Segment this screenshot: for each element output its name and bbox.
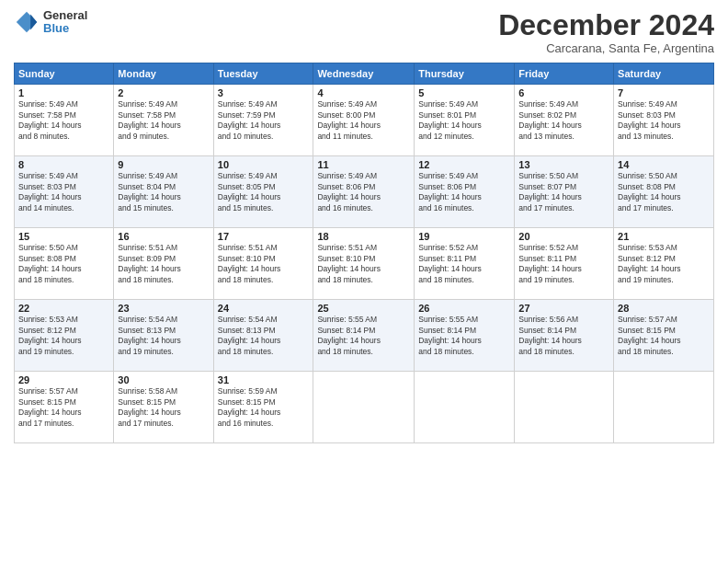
day-info: Sunrise: 5:50 AMSunset: 8:08 PMDaylight:…	[18, 243, 109, 285]
day-info: Sunrise: 5:53 AMSunset: 8:12 PMDaylight:…	[618, 243, 710, 285]
day-number: 3	[218, 87, 310, 98]
day-number: 25	[317, 303, 410, 314]
day-number: 22	[18, 303, 109, 314]
day-number: 20	[518, 231, 609, 242]
table-row: 4Sunrise: 5:49 AMSunset: 8:00 PMDaylight…	[313, 85, 415, 156]
day-info: Sunrise: 5:49 AMSunset: 7:58 PMDaylight:…	[18, 99, 109, 142]
table-row: 5Sunrise: 5:49 AMSunset: 8:01 PMDaylight…	[415, 85, 515, 156]
day-info: Sunrise: 5:57 AMSunset: 8:15 PMDaylight:…	[618, 315, 710, 357]
table-row: 29Sunrise: 5:57 AMSunset: 8:15 PMDayligh…	[15, 372, 114, 443]
table-row: 25Sunrise: 5:55 AMSunset: 8:14 PMDayligh…	[313, 300, 415, 372]
day-info: Sunrise: 5:56 AMSunset: 8:14 PMDaylight:…	[518, 315, 609, 357]
day-info: Sunrise: 5:49 AMSunset: 8:03 PMDaylight:…	[18, 171, 109, 213]
title-block: December 2024 Carcarana, Santa Fe, Argen…	[498, 9, 714, 55]
table-row: 27Sunrise: 5:56 AMSunset: 8:14 PMDayligh…	[515, 300, 614, 372]
table-row: 7Sunrise: 5:49 AMSunset: 8:03 PMDaylight…	[614, 85, 714, 156]
day-number: 16	[118, 231, 209, 242]
logo-text: General Blue	[43, 9, 87, 36]
col-thursday: Thursday	[415, 63, 515, 85]
calendar-table: Sunday Monday Tuesday Wednesday Thursday…	[14, 63, 714, 443]
day-number: 4	[317, 87, 410, 98]
day-number: 18	[317, 231, 410, 242]
day-info: Sunrise: 5:51 AMSunset: 8:10 PMDaylight:…	[317, 243, 410, 285]
day-number: 19	[418, 231, 510, 242]
table-row: 15Sunrise: 5:50 AMSunset: 8:08 PMDayligh…	[15, 228, 114, 300]
table-row: 19Sunrise: 5:52 AMSunset: 8:11 PMDayligh…	[415, 228, 515, 300]
day-number: 26	[418, 303, 510, 314]
table-row: 26Sunrise: 5:55 AMSunset: 8:14 PMDayligh…	[415, 300, 515, 372]
calendar-week-1: 1Sunrise: 5:49 AMSunset: 7:58 PMDaylight…	[15, 85, 714, 156]
day-info: Sunrise: 5:52 AMSunset: 8:11 PMDaylight:…	[518, 243, 609, 285]
day-info: Sunrise: 5:49 AMSunset: 8:04 PMDaylight:…	[118, 171, 209, 213]
logo: General Blue	[14, 9, 87, 36]
day-info: Sunrise: 5:55 AMSunset: 8:14 PMDaylight:…	[418, 315, 510, 357]
day-info: Sunrise: 5:49 AMSunset: 7:59 PMDaylight:…	[218, 99, 310, 142]
day-info: Sunrise: 5:59 AMSunset: 8:15 PMDaylight:…	[218, 386, 310, 429]
month-title: December 2024	[498, 9, 714, 41]
day-number: 31	[218, 374, 310, 385]
day-number: 12	[418, 159, 510, 170]
day-info: Sunrise: 5:49 AMSunset: 8:00 PMDaylight:…	[317, 99, 410, 142]
table-row: 20Sunrise: 5:52 AMSunset: 8:11 PMDayligh…	[515, 228, 614, 300]
day-info: Sunrise: 5:49 AMSunset: 8:06 PMDaylight:…	[418, 171, 510, 213]
table-row: 14Sunrise: 5:50 AMSunset: 8:08 PMDayligh…	[614, 156, 714, 228]
table-row	[415, 372, 515, 443]
day-number: 14	[618, 159, 710, 170]
table-row	[313, 372, 415, 443]
col-sunday: Sunday	[15, 63, 114, 85]
logo-icon	[14, 9, 40, 35]
calendar-week-3: 15Sunrise: 5:50 AMSunset: 8:08 PMDayligh…	[15, 228, 714, 300]
day-number: 13	[518, 159, 609, 170]
calendar-week-4: 22Sunrise: 5:53 AMSunset: 8:12 PMDayligh…	[15, 300, 714, 372]
day-info: Sunrise: 5:54 AMSunset: 8:13 PMDaylight:…	[218, 315, 310, 357]
table-row: 22Sunrise: 5:53 AMSunset: 8:12 PMDayligh…	[15, 300, 114, 372]
day-number: 23	[118, 303, 209, 314]
table-row	[614, 372, 714, 443]
day-number: 21	[618, 231, 710, 242]
day-number: 7	[618, 87, 710, 98]
day-info: Sunrise: 5:49 AMSunset: 8:03 PMDaylight:…	[618, 99, 710, 142]
day-info: Sunrise: 5:49 AMSunset: 8:05 PMDaylight:…	[218, 171, 310, 213]
table-row: 28Sunrise: 5:57 AMSunset: 8:15 PMDayligh…	[614, 300, 714, 372]
day-info: Sunrise: 5:49 AMSunset: 7:58 PMDaylight:…	[118, 99, 209, 142]
table-row: 23Sunrise: 5:54 AMSunset: 8:13 PMDayligh…	[114, 300, 213, 372]
calendar-week-5: 29Sunrise: 5:57 AMSunset: 8:15 PMDayligh…	[15, 372, 714, 443]
table-row: 10Sunrise: 5:49 AMSunset: 8:05 PMDayligh…	[213, 156, 313, 228]
logo-general: General	[43, 9, 87, 22]
col-monday: Monday	[114, 63, 213, 85]
day-info: Sunrise: 5:52 AMSunset: 8:11 PMDaylight:…	[418, 243, 510, 285]
day-info: Sunrise: 5:49 AMSunset: 8:01 PMDaylight:…	[418, 99, 510, 142]
table-row: 17Sunrise: 5:51 AMSunset: 8:10 PMDayligh…	[213, 228, 313, 300]
table-row: 8Sunrise: 5:49 AMSunset: 8:03 PMDaylight…	[15, 156, 114, 228]
table-row: 12Sunrise: 5:49 AMSunset: 8:06 PMDayligh…	[415, 156, 515, 228]
table-row	[515, 372, 614, 443]
day-number: 30	[118, 374, 209, 385]
table-row: 31Sunrise: 5:59 AMSunset: 8:15 PMDayligh…	[213, 372, 313, 443]
day-info: Sunrise: 5:55 AMSunset: 8:14 PMDaylight:…	[317, 315, 410, 357]
col-saturday: Saturday	[614, 63, 714, 85]
day-number: 15	[18, 231, 109, 242]
table-row: 2Sunrise: 5:49 AMSunset: 7:58 PMDaylight…	[114, 85, 213, 156]
day-number: 6	[518, 87, 609, 98]
day-number: 8	[18, 159, 109, 170]
day-info: Sunrise: 5:51 AMSunset: 8:09 PMDaylight:…	[118, 243, 209, 285]
table-row: 21Sunrise: 5:53 AMSunset: 8:12 PMDayligh…	[614, 228, 714, 300]
day-info: Sunrise: 5:57 AMSunset: 8:15 PMDaylight:…	[18, 386, 109, 429]
day-info: Sunrise: 5:58 AMSunset: 8:15 PMDaylight:…	[118, 386, 209, 429]
table-row: 24Sunrise: 5:54 AMSunset: 8:13 PMDayligh…	[213, 300, 313, 372]
day-info: Sunrise: 5:53 AMSunset: 8:12 PMDaylight:…	[18, 315, 109, 357]
day-number: 2	[118, 87, 209, 98]
calendar-week-2: 8Sunrise: 5:49 AMSunset: 8:03 PMDaylight…	[15, 156, 714, 228]
day-info: Sunrise: 5:51 AMSunset: 8:10 PMDaylight:…	[218, 243, 310, 285]
table-row: 11Sunrise: 5:49 AMSunset: 8:06 PMDayligh…	[313, 156, 415, 228]
day-number: 24	[218, 303, 310, 314]
col-friday: Friday	[515, 63, 614, 85]
table-row: 6Sunrise: 5:49 AMSunset: 8:02 PMDaylight…	[515, 85, 614, 156]
day-number: 10	[218, 159, 310, 170]
day-info: Sunrise: 5:49 AMSunset: 8:02 PMDaylight:…	[518, 99, 609, 142]
table-row: 1Sunrise: 5:49 AMSunset: 7:58 PMDaylight…	[15, 85, 114, 156]
page: General Blue December 2024 Carcarana, Sa…	[0, 0, 728, 563]
day-number: 9	[118, 159, 209, 170]
day-info: Sunrise: 5:50 AMSunset: 8:07 PMDaylight:…	[518, 171, 609, 213]
day-number: 11	[317, 159, 410, 170]
